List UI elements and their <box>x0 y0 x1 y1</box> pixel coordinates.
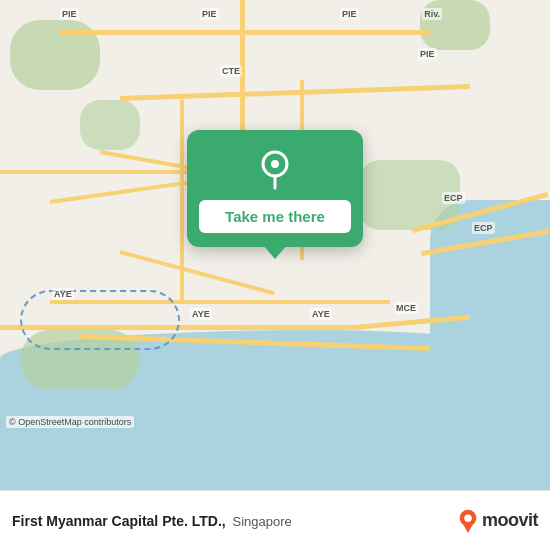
label-aye-2: AYE <box>190 308 212 320</box>
info-bar: First Myanmar Capital Pte. LTD., Singapo… <box>0 490 550 550</box>
moovit-logo: moovit <box>458 508 538 534</box>
label-ecp-2: ECP <box>472 222 495 234</box>
label-aye-1: AYE <box>52 288 74 300</box>
svg-point-1 <box>271 160 279 168</box>
city-text: Singapore <box>233 514 292 529</box>
map-attribution: © OpenStreetMap contributors <box>6 416 134 428</box>
company-name-text: First Myanmar Capital Pte. LTD., <box>12 513 226 529</box>
label-mce: MCE <box>394 302 418 314</box>
label-pie-4: PIE <box>418 48 437 60</box>
popup-card: Take me there <box>187 130 363 247</box>
road-pie-top <box>60 30 430 35</box>
road-vert1 <box>180 100 184 300</box>
location-pin-icon <box>253 146 297 190</box>
dotted-route-path <box>20 290 180 350</box>
moovit-text: moovit <box>482 510 538 531</box>
svg-point-4 <box>464 514 471 521</box>
svg-marker-5 <box>463 524 472 532</box>
label-cte: CTE <box>220 65 242 77</box>
take-me-there-button[interactable]: Take me there <box>199 200 351 233</box>
label-pie-3: PIE <box>340 8 359 20</box>
label-ecp-1: ECP <box>442 192 465 204</box>
label-pie-2: PIE <box>200 8 219 20</box>
moovit-pin-icon <box>458 508 478 534</box>
map-container: PIE PIE PIE CTE PIE ECP ECP AYE AYE AYE … <box>0 0 550 490</box>
label-pie-1: PIE <box>60 8 79 20</box>
company-name-label: First Myanmar Capital Pte. LTD., Singapo… <box>12 513 458 529</box>
park-center <box>80 100 140 150</box>
label-river: Riv. <box>422 8 442 20</box>
label-aye-3: AYE <box>310 308 332 320</box>
